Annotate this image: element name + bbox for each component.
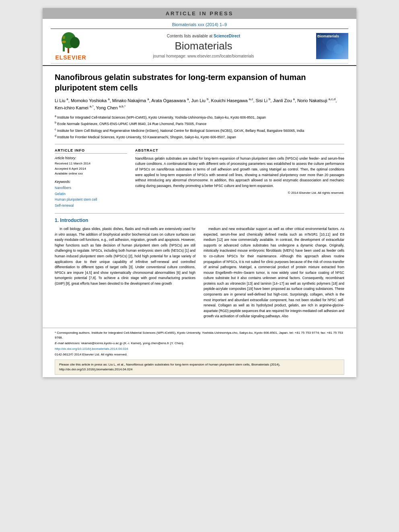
email-row: E-mail addresses: kkamei@icems.kyoto-u.a… (55, 341, 344, 346)
keyword-3[interactable]: Human pluripotent stem cell (55, 197, 127, 202)
received-date: Received 11 March 2014 (55, 161, 127, 166)
issn-row: 0142-9612/© 2014 Elsevier Ltd. All right… (55, 352, 344, 357)
keyword-4[interactable]: Self-renewal (55, 203, 127, 208)
doi-row: http://dx.doi.org/10.1016/j.biomaterials… (55, 347, 344, 351)
cite-box: Please cite this article in press as: Li… (55, 359, 344, 375)
authors: Li Liu a, Momoko Yoshioka a, Minako Naka… (55, 97, 344, 112)
elsevier-logo: ELSEVIER (51, 31, 91, 61)
section-divider (55, 213, 344, 214)
contents-line: Contents lists available at ScienceDirec… (91, 34, 316, 38)
svg-point-9 (337, 36, 343, 42)
journal-header: Biomaterials xxx (2014) 1–9 ELSEVIER (43, 19, 356, 66)
keyword-1[interactable]: Nanofibers (55, 185, 127, 191)
banner-text: ARTICLE IN PRESS (166, 10, 234, 16)
intro-para-2: medium and new extracellular support as … (204, 226, 344, 319)
journal-doi[interactable]: Biomaterials xxx (2014) 1–9 (51, 22, 348, 27)
article-info-title: ARTICLE INFO (55, 148, 127, 154)
affiliation-b: b Ecole Normale Supérieure, CNRS-ENS-UPM… (55, 121, 344, 127)
copyright-line: © 2014 Elsevier Ltd. All rights reserved… (135, 191, 344, 195)
svg-point-8 (333, 44, 343, 54)
intro-left-text: In cell biology, glass slides, plastic d… (55, 226, 195, 287)
biomaterials-logo-bg (316, 33, 348, 59)
abstract-text: Nanofibrous gelatin substrates are suite… (135, 156, 344, 189)
intro-two-column: In cell biology, glass slides, plastic d… (55, 226, 344, 322)
intro-section-title: 1. Introduction (55, 218, 344, 223)
journal-center: Contents lists available at ScienceDirec… (91, 34, 316, 58)
elsevier-brand-text: ELSEVIER (55, 54, 86, 61)
available-online: Available online xxx (55, 171, 127, 177)
paper-content: Nanofibrous gelatin substrates for long-… (43, 66, 356, 328)
svg-point-4 (62, 41, 66, 43)
intro-right-text: medium and new extracellular support as … (204, 226, 344, 319)
keywords-label: Keywords: (55, 180, 127, 184)
article-info: ARTICLE INFO Article history: Received 1… (55, 148, 127, 208)
affiliation-c: c Institute for Stem Cell Biology and Re… (55, 127, 344, 134)
svg-point-7 (322, 37, 330, 45)
email-label: E-mail addresses: (55, 341, 80, 345)
article-info-abstract-section: ARTICLE INFO Article history: Received 1… (55, 148, 344, 208)
affiliation-d: d Institute for Frontier Medical Science… (55, 134, 344, 140)
elsevier-tree-icon (59, 31, 83, 53)
corresponding-author-note: * Corresponding authors. Institute for I… (55, 331, 344, 340)
affiliation-a: a Institute for Integrated Cell-Material… (55, 114, 344, 120)
abstract-section: ABSTRACT Nanofibrous gelatin substrates … (135, 148, 344, 208)
svg-rect-3 (68, 48, 69, 53)
paper-title: Nanofibrous gelatin substrates for long-… (55, 72, 344, 93)
affiliations: a Institute for Integrated Cell-Material… (55, 114, 344, 144)
doi-link[interactable]: http://dx.doi.org/10.1016/j.biomaterials… (55, 347, 128, 351)
article-in-press-banner: ARTICLE IN PRESS (43, 8, 356, 19)
intro-left-column: In cell biology, glass slides, plastic d… (55, 226, 195, 322)
intro-para-1: In cell biology, glass slides, plastic d… (55, 226, 195, 287)
cite-text: Please cite this article in press as: Li… (59, 363, 280, 371)
corresponding-text: * Corresponding authors. Institute for I… (55, 331, 343, 339)
intro-right-column: medium and new extracellular support as … (204, 226, 344, 322)
contents-text: Contents lists available at (167, 34, 212, 38)
history-label: Article history: (55, 156, 127, 160)
article-page: ARTICLE IN PRESS Biomaterials xxx (2014)… (43, 8, 356, 377)
abstract-title: ABSTRACT (135, 148, 344, 154)
science-direct-link[interactable]: ScienceDirect (214, 34, 240, 38)
keyword-2[interactable]: Gelatin (55, 191, 127, 197)
paper-footer: * Corresponding authors. Institute for I… (43, 328, 356, 377)
email-values[interactable]: kkamei@icems.kyoto-u.ac.jp (K.-i. Kamei)… (81, 341, 184, 345)
journal-header-inner: ELSEVIER Contents lists available at Sci… (51, 29, 348, 64)
svg-point-2 (70, 37, 80, 48)
accepted-date: Accepted 6 April 2014 (55, 166, 127, 172)
journal-homepage[interactable]: journal homepage: www.elsevier.com/locat… (91, 54, 316, 58)
biomaterials-logo-image: Biomaterials (316, 33, 348, 59)
journal-name: Biomaterials (91, 40, 316, 52)
svg-point-5 (63, 36, 65, 39)
